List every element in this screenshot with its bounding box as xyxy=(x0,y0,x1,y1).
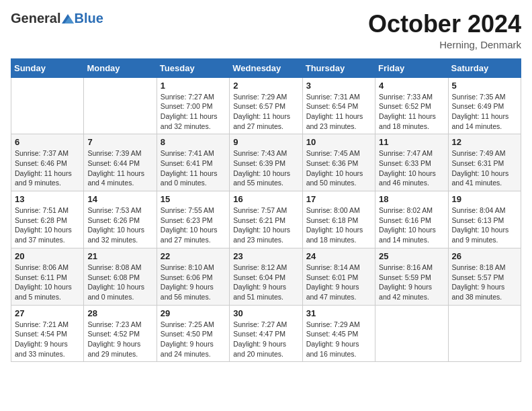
day-info-27: Sunrise: 7:21 AM Sunset: 4:54 PM Dayligh… xyxy=(15,320,80,359)
calendar-cell-2-5: 18Sunrise: 8:02 AM Sunset: 6:16 PM Dayli… xyxy=(375,191,448,248)
logo-general-text: General xyxy=(11,11,60,26)
day-number-25: 25 xyxy=(379,251,444,261)
calendar-cell-3-3: 23Sunrise: 8:12 AM Sunset: 6:04 PM Dayli… xyxy=(230,248,302,305)
day-info-20: Sunrise: 8:06 AM Sunset: 6:11 PM Dayligh… xyxy=(15,263,80,302)
calendar-cell-3-5: 25Sunrise: 8:16 AM Sunset: 5:59 PM Dayli… xyxy=(375,248,448,305)
day-info-5: Sunrise: 7:35 AM Sunset: 6:49 PM Dayligh… xyxy=(452,92,517,132)
calendar-cell-0-4: 3Sunrise: 7:31 AM Sunset: 6:54 PM Daylig… xyxy=(302,77,375,134)
day-info-11: Sunrise: 7:47 AM Sunset: 6:33 PM Dayligh… xyxy=(379,148,444,188)
day-number-24: 24 xyxy=(306,251,371,261)
calendar-cell-4-3: 30Sunrise: 7:27 AM Sunset: 4:47 PM Dayli… xyxy=(230,305,302,362)
day-number-8: 8 xyxy=(161,137,226,147)
calendar-cell-1-3: 9Sunrise: 7:43 AM Sunset: 6:39 PM Daylig… xyxy=(230,134,302,191)
calendar-cell-0-0 xyxy=(11,77,84,134)
header-wednesday: Wednesday xyxy=(230,58,302,77)
calendar-cell-1-2: 8Sunrise: 7:41 AM Sunset: 6:41 PM Daylig… xyxy=(157,134,229,191)
day-number-7: 7 xyxy=(87,137,152,147)
calendar-cell-1-4: 10Sunrise: 7:45 AM Sunset: 6:36 PM Dayli… xyxy=(302,134,375,191)
calendar-header-row: Sunday Monday Tuesday Wednesday Thursday… xyxy=(11,58,521,77)
day-info-30: Sunrise: 7:27 AM Sunset: 4:47 PM Dayligh… xyxy=(233,320,298,359)
day-number-2: 2 xyxy=(233,81,298,91)
logo: General Blue xyxy=(11,11,103,26)
day-number-22: 22 xyxy=(161,251,226,261)
day-number-19: 19 xyxy=(452,194,517,204)
calendar-cell-4-6 xyxy=(448,305,521,362)
day-number-13: 13 xyxy=(15,194,80,204)
day-number-16: 16 xyxy=(233,194,298,204)
calendar-cell-4-5 xyxy=(375,305,448,362)
calendar-cell-2-0: 13Sunrise: 7:51 AM Sunset: 6:28 PM Dayli… xyxy=(11,191,84,248)
calendar-cell-1-6: 12Sunrise: 7:49 AM Sunset: 6:31 PM Dayli… xyxy=(448,134,521,191)
day-number-14: 14 xyxy=(87,194,152,204)
day-info-2: Sunrise: 7:29 AM Sunset: 6:57 PM Dayligh… xyxy=(233,92,298,132)
calendar-cell-2-3: 16Sunrise: 7:57 AM Sunset: 6:21 PM Dayli… xyxy=(230,191,302,248)
day-info-31: Sunrise: 7:29 AM Sunset: 4:45 PM Dayligh… xyxy=(306,320,371,359)
calendar-cell-0-3: 2Sunrise: 7:29 AM Sunset: 6:57 PM Daylig… xyxy=(230,77,302,134)
day-info-23: Sunrise: 8:12 AM Sunset: 6:04 PM Dayligh… xyxy=(233,263,298,302)
header-monday: Monday xyxy=(84,58,157,77)
day-info-17: Sunrise: 8:00 AM Sunset: 6:18 PM Dayligh… xyxy=(306,205,371,245)
title-block: October 2024 Herning, Denmark xyxy=(368,11,521,50)
calendar-cell-3-4: 24Sunrise: 8:14 AM Sunset: 6:01 PM Dayli… xyxy=(302,248,375,305)
logo-icon xyxy=(62,14,74,24)
day-number-11: 11 xyxy=(379,137,444,147)
calendar-cell-3-1: 21Sunrise: 8:08 AM Sunset: 6:08 PM Dayli… xyxy=(84,248,157,305)
header-thursday: Thursday xyxy=(302,58,375,77)
day-number-4: 4 xyxy=(379,81,444,91)
week-row-1: 6Sunrise: 7:37 AM Sunset: 6:46 PM Daylig… xyxy=(11,134,521,191)
calendar-cell-3-6: 26Sunrise: 8:18 AM Sunset: 5:57 PM Dayli… xyxy=(448,248,521,305)
day-number-28: 28 xyxy=(87,308,152,318)
day-info-24: Sunrise: 8:14 AM Sunset: 6:01 PM Dayligh… xyxy=(306,263,371,302)
day-number-21: 21 xyxy=(87,251,152,261)
day-info-8: Sunrise: 7:41 AM Sunset: 6:41 PM Dayligh… xyxy=(161,148,226,188)
day-info-9: Sunrise: 7:43 AM Sunset: 6:39 PM Dayligh… xyxy=(233,148,298,188)
day-info-7: Sunrise: 7:39 AM Sunset: 6:44 PM Dayligh… xyxy=(87,148,152,188)
day-number-15: 15 xyxy=(161,194,226,204)
header-friday: Friday xyxy=(375,58,448,77)
day-number-18: 18 xyxy=(379,194,444,204)
calendar-table: Sunday Monday Tuesday Wednesday Thursday… xyxy=(11,58,521,363)
day-info-26: Sunrise: 8:18 AM Sunset: 5:57 PM Dayligh… xyxy=(452,263,517,302)
calendar-cell-2-4: 17Sunrise: 8:00 AM Sunset: 6:18 PM Dayli… xyxy=(302,191,375,248)
week-row-3: 20Sunrise: 8:06 AM Sunset: 6:11 PM Dayli… xyxy=(11,248,521,305)
day-number-20: 20 xyxy=(15,251,80,261)
day-info-13: Sunrise: 7:51 AM Sunset: 6:28 PM Dayligh… xyxy=(15,205,80,245)
page-header: General Blue October 2024 Herning, Denma… xyxy=(11,11,521,50)
day-info-21: Sunrise: 8:08 AM Sunset: 6:08 PM Dayligh… xyxy=(87,263,152,302)
day-number-17: 17 xyxy=(306,194,371,204)
calendar-cell-3-2: 22Sunrise: 8:10 AM Sunset: 6:06 PM Dayli… xyxy=(157,248,229,305)
day-info-18: Sunrise: 8:02 AM Sunset: 6:16 PM Dayligh… xyxy=(379,205,444,245)
day-info-12: Sunrise: 7:49 AM Sunset: 6:31 PM Dayligh… xyxy=(452,148,517,188)
day-info-22: Sunrise: 8:10 AM Sunset: 6:06 PM Dayligh… xyxy=(161,263,226,302)
calendar-cell-4-0: 27Sunrise: 7:21 AM Sunset: 4:54 PM Dayli… xyxy=(11,305,84,362)
calendar-cell-1-5: 11Sunrise: 7:47 AM Sunset: 6:33 PM Dayli… xyxy=(375,134,448,191)
day-info-25: Sunrise: 8:16 AM Sunset: 5:59 PM Dayligh… xyxy=(379,263,444,302)
day-number-30: 30 xyxy=(233,308,298,318)
day-number-23: 23 xyxy=(233,251,298,261)
calendar-cell-2-2: 15Sunrise: 7:55 AM Sunset: 6:23 PM Dayli… xyxy=(157,191,229,248)
header-saturday: Saturday xyxy=(448,58,521,77)
week-row-2: 13Sunrise: 7:51 AM Sunset: 6:28 PM Dayli… xyxy=(11,191,521,248)
calendar-cell-1-1: 7Sunrise: 7:39 AM Sunset: 6:44 PM Daylig… xyxy=(84,134,157,191)
header-tuesday: Tuesday xyxy=(157,58,229,77)
day-number-27: 27 xyxy=(15,308,80,318)
day-number-1: 1 xyxy=(161,81,226,91)
day-info-1: Sunrise: 7:27 AM Sunset: 7:00 PM Dayligh… xyxy=(161,92,226,132)
calendar-cell-0-5: 4Sunrise: 7:33 AM Sunset: 6:52 PM Daylig… xyxy=(375,77,448,134)
location-text: Herning, Denmark xyxy=(368,39,521,50)
day-info-6: Sunrise: 7:37 AM Sunset: 6:46 PM Dayligh… xyxy=(15,148,80,188)
day-number-5: 5 xyxy=(452,81,517,91)
calendar-cell-4-4: 31Sunrise: 7:29 AM Sunset: 4:45 PM Dayli… xyxy=(302,305,375,362)
day-number-9: 9 xyxy=(233,137,298,147)
day-info-10: Sunrise: 7:45 AM Sunset: 6:36 PM Dayligh… xyxy=(306,148,371,188)
day-number-6: 6 xyxy=(15,137,80,147)
week-row-0: 1Sunrise: 7:27 AM Sunset: 7:00 PM Daylig… xyxy=(11,77,521,134)
calendar-cell-2-1: 14Sunrise: 7:53 AM Sunset: 6:26 PM Dayli… xyxy=(84,191,157,248)
day-info-29: Sunrise: 7:25 AM Sunset: 4:50 PM Dayligh… xyxy=(161,320,226,359)
day-number-3: 3 xyxy=(306,81,371,91)
day-number-31: 31 xyxy=(306,308,371,318)
day-info-28: Sunrise: 7:23 AM Sunset: 4:52 PM Dayligh… xyxy=(87,320,152,359)
calendar-cell-2-6: 19Sunrise: 8:04 AM Sunset: 6:13 PM Dayli… xyxy=(448,191,521,248)
day-number-26: 26 xyxy=(452,251,517,261)
day-info-15: Sunrise: 7:55 AM Sunset: 6:23 PM Dayligh… xyxy=(161,205,226,245)
